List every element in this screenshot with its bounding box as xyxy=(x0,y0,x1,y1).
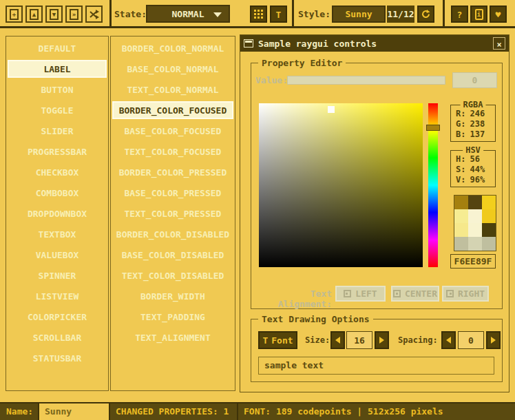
hue-slider-handle[interactable] xyxy=(426,125,440,131)
color-swatch-5[interactable] xyxy=(482,209,496,223)
list-item-text_color_disabled[interactable]: TEXT_COLOR_DISABLED xyxy=(112,266,233,284)
controls-list: DEFAULTLABELBUTTONTOGGLESLIDERPROGRESSBA… xyxy=(6,36,109,391)
list-item-base_color_normal[interactable]: BASE_COLOR_NORMAL xyxy=(112,60,233,78)
random-style-button[interactable] xyxy=(85,6,103,23)
size-increase-button[interactable] xyxy=(375,331,389,349)
list-item-slider[interactable]: SLIDER xyxy=(8,122,107,140)
rgba-label: RGBA xyxy=(461,100,486,109)
list-item-default[interactable]: DEFAULT xyxy=(8,39,107,57)
open-file-button[interactable]: ▲ xyxy=(25,6,43,23)
list-item-border_color_normal[interactable]: BORDER_COLOR_NORMAL xyxy=(112,39,233,57)
chevron-down-icon xyxy=(213,12,222,17)
spacing-label: Spacing: xyxy=(398,331,438,349)
help-icon xyxy=(457,8,463,21)
list-item-combobox[interactable]: COMBOBOX xyxy=(8,184,107,202)
color-swatch-0[interactable] xyxy=(454,196,468,209)
color-picker-cursor[interactable] xyxy=(328,106,335,113)
list-item-border_color_focused[interactable]: BORDER_COLOR_FOCUSED xyxy=(112,101,233,119)
state-label: State: xyxy=(114,0,147,28)
color-swatch-2[interactable] xyxy=(482,196,496,209)
text-drawing-label: Text Drawing Options xyxy=(258,314,373,324)
list-item-base_color_pressed[interactable]: BASE_COLOR_PRESSED xyxy=(112,184,233,202)
value-box[interactable]: 0 xyxy=(452,72,497,88)
align-right-button[interactable]: RIGHT xyxy=(442,286,489,302)
list-item-button[interactable]: BUTTON xyxy=(8,81,107,98)
hsv-group: HSV H:56 S:44% V:96% xyxy=(450,150,496,187)
color-swatch-6[interactable] xyxy=(454,223,468,237)
list-item-text_color_focused[interactable]: TEXT_COLOR_FOCUSED xyxy=(112,143,233,160)
list-item-checkbox[interactable]: CHECKBOX xyxy=(8,163,107,181)
window-close-button[interactable] xyxy=(493,37,505,50)
color-swatch-1[interactable] xyxy=(468,196,482,209)
rgba-group: RGBA R:246 G:238 B:137 xyxy=(450,105,496,142)
rgba-g-row: G:238 xyxy=(451,119,495,129)
color-swatch-4[interactable] xyxy=(468,209,482,223)
align-center-icon xyxy=(393,290,401,297)
list-item-border_width[interactable]: BORDER_WIDTH xyxy=(112,287,233,305)
export-file-button[interactable]: » xyxy=(65,6,83,23)
arrow-right-icon xyxy=(491,337,496,344)
list-item-scrollbar[interactable]: SCROLLBAR xyxy=(8,328,107,346)
list-item-spinner[interactable]: SPINNER xyxy=(8,266,107,284)
list-item-base_color_focused[interactable]: BASE_COLOR_FOCUSED xyxy=(112,122,233,140)
close-icon xyxy=(496,37,501,50)
list-item-border_color_disabled[interactable]: BORDER_COLOR_DISABLED xyxy=(112,225,233,243)
save-file-button[interactable]: ▼ xyxy=(45,6,63,23)
color-swatch-10[interactable] xyxy=(468,237,482,251)
spacing-increase-button[interactable] xyxy=(486,331,501,349)
text-drawing-group: Text Drawing Options Font Size: 16 Spaci… xyxy=(251,319,503,382)
rgba-b-row: B:137 xyxy=(451,129,495,140)
info-button[interactable] xyxy=(470,6,487,23)
list-item-progressbar[interactable]: PROGRESSBAR xyxy=(8,143,107,160)
hex-color-input[interactable]: F6EE89F xyxy=(450,254,496,269)
help-button[interactable] xyxy=(451,6,468,23)
list-item-toggle[interactable]: TOGGLE xyxy=(8,101,107,119)
spacing-decrease-button[interactable] xyxy=(441,331,456,349)
color-swatch-8[interactable] xyxy=(482,223,496,237)
list-item-base_color_disabled[interactable]: BASE_COLOR_DISABLED xyxy=(112,246,233,264)
list-item-textbox[interactable]: TEXTBOX xyxy=(8,225,107,243)
spacing-value-box[interactable]: 0 xyxy=(458,331,484,349)
hsv-h-row: H:56 xyxy=(451,154,495,165)
value-slider[interactable] xyxy=(287,76,445,85)
state-dropdown[interactable]: NORMAL xyxy=(146,5,230,23)
color-swatch-3[interactable] xyxy=(454,209,468,223)
sample-text-input[interactable]: sample text xyxy=(258,357,494,375)
window-titlebar[interactable]: Sample raygui controls xyxy=(240,35,509,52)
size-value-box[interactable]: 16 xyxy=(346,331,372,349)
style-name-button[interactable]: Sunny xyxy=(332,6,386,23)
list-item-statusbar[interactable]: STATUSBAR xyxy=(8,349,107,367)
list-item-listview[interactable]: LISTVIEW xyxy=(8,287,107,305)
sponsor-button[interactable] xyxy=(490,6,507,23)
list-item-text_padding[interactable]: TEXT_PADDING xyxy=(112,308,233,326)
text-view-button[interactable] xyxy=(270,6,287,23)
color-swatch-7[interactable] xyxy=(468,223,482,237)
list-item-dropdownbox[interactable]: DROPDOWNBOX xyxy=(8,204,107,222)
grid-view-button[interactable] xyxy=(250,6,267,23)
list-item-valuebox[interactable]: VALUEBOX xyxy=(8,246,107,264)
reload-icon xyxy=(421,9,431,19)
export-file-icon: » xyxy=(70,9,78,20)
list-item-border_color_pressed[interactable]: BORDER_COLOR_PRESSED xyxy=(112,163,233,181)
hue-slider[interactable] xyxy=(428,103,438,267)
color-swatch-11[interactable] xyxy=(482,237,496,251)
align-left-button[interactable]: LEFT xyxy=(335,286,386,302)
list-item-colorpicker[interactable]: COLORPICKER xyxy=(8,308,107,326)
align-center-button[interactable]: CENTER xyxy=(391,286,439,302)
list-item-label[interactable]: LABEL xyxy=(8,60,107,78)
color-swatch-9[interactable] xyxy=(454,237,468,251)
new-file-button[interactable]: + xyxy=(6,6,23,23)
window-title: Sample raygui controls xyxy=(258,39,377,49)
list-item-text_color_normal[interactable]: TEXT_COLOR_NORMAL xyxy=(112,81,233,98)
grid-icon xyxy=(254,10,256,12)
list-item-text_alignment[interactable]: TEXT_ALIGNMENT xyxy=(112,328,233,346)
color-picker-panel[interactable] xyxy=(259,103,423,267)
font-button[interactable]: Font xyxy=(258,331,297,349)
reload-style-button[interactable] xyxy=(417,6,434,23)
list-item-text_color_pressed[interactable]: TEXT_COLOR_PRESSED xyxy=(112,204,233,222)
toolbar-separator xyxy=(443,0,445,28)
size-decrease-button[interactable] xyxy=(330,331,345,349)
style-counter: 11/12 xyxy=(387,6,414,23)
hsv-v-row: V:96% xyxy=(451,175,495,185)
style-name-input[interactable]: Sunny xyxy=(39,403,110,420)
